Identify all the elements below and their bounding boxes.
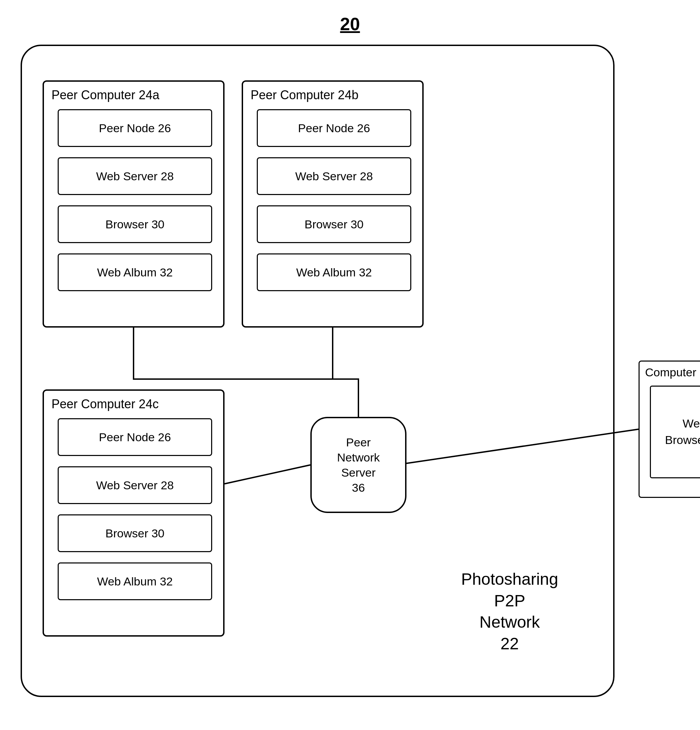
- web-server-28b: Web Server 28: [257, 157, 411, 195]
- peer-24c-label: Peer Computer 24c: [51, 397, 159, 411]
- peer-node-26c: Peer Node 26: [58, 418, 212, 456]
- peer-computer-24a: Peer Computer 24a Peer Node 26 Web Serve…: [42, 80, 225, 328]
- web-album-32a: Web Album 32: [58, 253, 212, 291]
- peer-24a-label: Peer Computer 24a: [51, 88, 159, 102]
- peer-node-26b: Peer Node 26: [257, 109, 411, 147]
- peer-node-26a: Peer Node 26: [58, 109, 212, 147]
- svg-line-0: [225, 465, 311, 484]
- computer-32-label: Computer 32: [645, 366, 700, 379]
- web-server-28c: Web Server 28: [58, 466, 212, 504]
- computer-32: Computer 32 WebBrowser 30: [639, 361, 700, 498]
- p2p-network-label: PhotosharingP2PNetwork22: [461, 569, 558, 654]
- browser-30b: Browser 30: [257, 205, 411, 243]
- p2p-network-container: Peer Computer 24a Peer Node 26 Web Serve…: [20, 45, 614, 697]
- peer-24b-label: Peer Computer 24b: [251, 88, 359, 102]
- browser-30a: Browser 30: [58, 205, 212, 243]
- web-server-28a: Web Server 28: [58, 157, 212, 195]
- peer-network-server: PeerNetworkServer36: [311, 417, 407, 513]
- browser-30c: Browser 30: [58, 514, 212, 552]
- web-browser-30-external: WebBrowser 30: [650, 385, 700, 478]
- web-album-32b: Web Album 32: [257, 253, 411, 291]
- web-album-32c: Web Album 32: [58, 562, 212, 600]
- peer-computer-24b: Peer Computer 24b Peer Node 26 Web Serve…: [242, 80, 424, 328]
- page-number: 20: [340, 14, 360, 34]
- peer-computer-24c: Peer Computer 24c Peer Node 26 Web Serve…: [42, 389, 225, 637]
